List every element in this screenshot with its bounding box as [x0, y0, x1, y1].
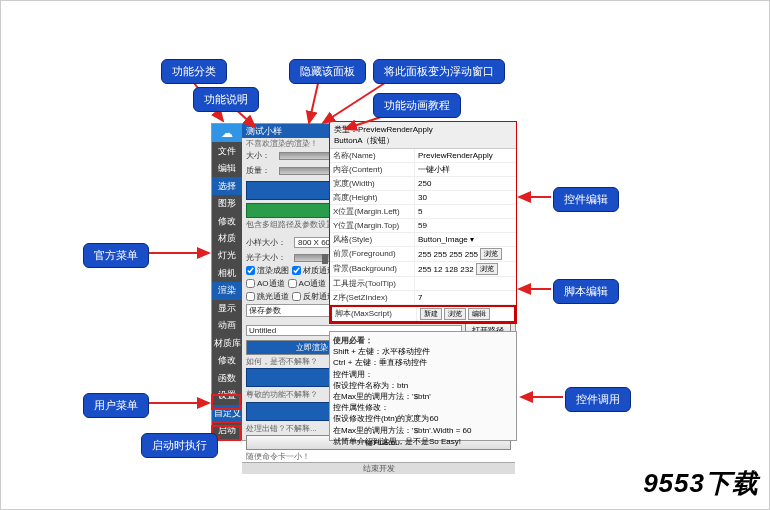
callout-to-float: 将此面板变为浮动窗口: [373, 59, 505, 84]
callout-user-menu: 用户菜单: [83, 393, 149, 418]
callout-func-category: 功能分类: [161, 59, 227, 84]
svg-line-3: [309, 79, 319, 123]
callout-func-desc: 功能说明: [193, 87, 259, 112]
callout-official-menu: 官方菜单: [83, 243, 149, 268]
callout-script-edit: 脚本编辑: [553, 279, 619, 304]
callout-ctrl-edit: 控件编辑: [553, 187, 619, 212]
callout-ctrl-call: 控件调用: [565, 387, 631, 412]
callout-anim-tutorial: 功能动画教程: [373, 93, 461, 118]
callout-run-on-start: 启动时执行: [141, 433, 218, 458]
watermark: 9553下载: [643, 466, 759, 501]
callout-hide-panel: 隐藏该面板: [289, 59, 366, 84]
